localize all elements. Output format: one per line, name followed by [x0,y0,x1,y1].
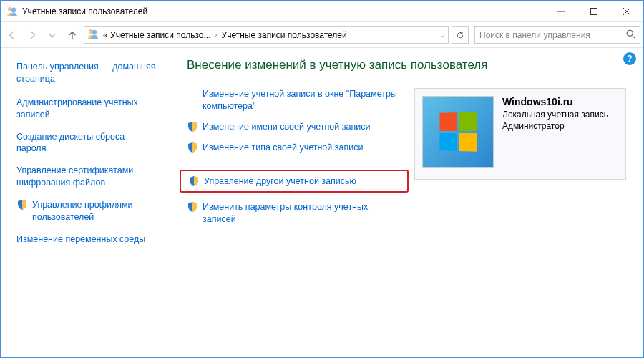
svg-line-10 [633,35,635,37]
uac-shield-icon [188,175,200,187]
action-change-account-type[interactable]: Изменение типа своей учетной записи [187,142,401,154]
help-button[interactable]: ? [623,52,636,65]
up-button[interactable] [64,26,81,44]
search-input[interactable]: Поиск в панели управления [474,26,640,44]
main-content: ? Внесение изменений в учетную запись по… [167,48,643,357]
user-account-type: Локальная учетная запись [502,109,608,120]
sidebar: Панель управления — домашняя страница Ад… [1,48,167,357]
close-button[interactable] [610,1,643,22]
action-links-column: Изменение учетной записи в окне "Парамет… [187,88,401,234]
action-change-uac-settings[interactable]: Изменить параметры контроля учетных запи… [187,201,401,226]
current-user-card: Windows10i.ru Локальная учетная запись А… [414,88,626,180]
action-change-in-pc-settings[interactable]: Изменение учетной записи в окне "Парамет… [187,88,401,112]
svg-point-1 [11,7,16,12]
maximize-button[interactable] [577,1,610,22]
window-buttons [545,1,643,22]
content-body: Панель управления — домашняя страница Ад… [1,48,643,357]
sidebar-link-admin-accounts[interactable]: Администрирование учетных записей [16,97,152,121]
uac-shield-icon [16,199,28,223]
svg-point-9 [627,30,633,36]
breadcrumb-segment-1[interactable]: « Учетные записи пользо... [99,30,215,40]
uac-shield-icon [187,201,198,213]
search-icon [626,29,635,41]
recent-dropdown[interactable] [44,26,61,44]
windows-logo-icon [439,112,477,151]
user-role: Администратор [502,120,608,132]
refresh-button[interactable] [452,26,469,44]
sidebar-link-label: Управление профилями пользователей [32,199,152,223]
control-panel-icon [87,28,99,42]
search-placeholder: Поиск в панели управления [479,30,590,40]
user-picture [422,96,494,168]
sidebar-link-encryption-certs[interactable]: Управление сертификатами шифрования файл… [16,165,152,189]
svg-rect-3 [591,8,597,14]
user-name: Windows10i.ru [502,96,608,107]
sidebar-link-user-profiles[interactable]: Управление профилями пользователей [16,199,152,223]
minimize-button[interactable] [545,1,577,22]
uac-shield-icon [187,142,198,153]
user-info: Windows10i.ru Локальная учетная запись А… [502,96,608,132]
user-accounts-appicon [6,6,18,17]
window-titlebar: Учетные записи пользователей [1,1,643,22]
uac-shield-icon [187,121,198,132]
sidebar-link-password-reset-disk[interactable]: Создание дискеты сброса пароля [16,131,152,155]
svg-point-8 [92,30,97,34]
page-title: Внесение изменений в учетную запись поль… [187,58,633,72]
window-title: Учетные записи пользователей [22,6,147,16]
action-change-account-name[interactable]: Изменение имени своей учетной записи [187,121,401,133]
address-bar[interactable]: « Учетные записи пользо... › Учетные зап… [84,26,449,44]
control-panel-home-link[interactable]: Панель управления — домашняя страница [16,61,161,85]
sidebar-link-env-vars[interactable]: Изменение переменных среды [16,233,152,246]
address-dropdown-icon[interactable]: ⌄ [439,32,445,39]
breadcrumb-segment-2[interactable]: Учетные записи пользователей [218,30,351,40]
action-manage-other-account[interactable]: Управление другой учетной записью [180,170,409,193]
forward-button[interactable] [24,26,41,44]
back-button[interactable] [4,26,21,44]
navigation-toolbar: « Учетные записи пользо... › Учетные зап… [1,22,643,48]
